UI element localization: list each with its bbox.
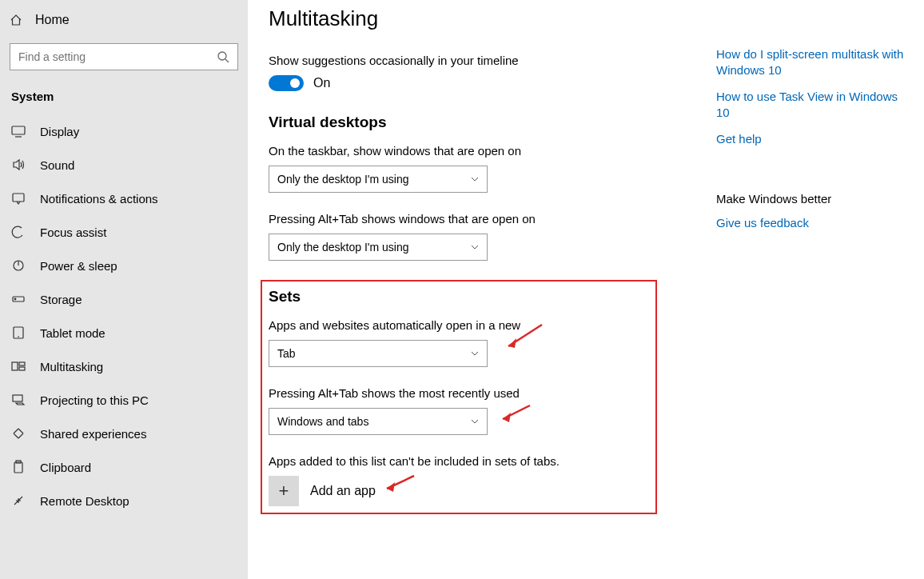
- svg-rect-14: [13, 395, 22, 401]
- chevron-down-icon: [471, 175, 479, 183]
- vd-alttab-label: Pressing Alt+Tab shows windows that are …: [269, 212, 668, 226]
- svg-rect-4: [13, 194, 24, 202]
- sidebar-item-label: Sound: [40, 158, 74, 172]
- sidebar-item-label: Tablet mode: [40, 326, 106, 340]
- projecting-icon: [11, 393, 26, 407]
- svg-rect-11: [12, 362, 18, 370]
- svg-rect-12: [19, 362, 25, 365]
- annotation-arrow-icon: [496, 401, 536, 425]
- home-label: Home: [35, 13, 70, 27]
- help-link[interactable]: How to use Task View in Windows 10: [716, 89, 908, 120]
- select-value: Windows and tabs: [277, 415, 368, 428]
- timeline-toggle-row: On: [269, 75, 668, 91]
- svg-marker-18: [508, 338, 516, 348]
- sidebar-item-focus-assist[interactable]: Focus assist: [0, 215, 248, 249]
- svg-marker-22: [387, 482, 395, 492]
- sidebar-item-label: Power & sleep: [40, 259, 117, 273]
- annotation-arrow-icon: [380, 473, 420, 495]
- search-input[interactable]: [18, 50, 217, 63]
- sidebar-item-label: Storage: [40, 293, 82, 306]
- sidebar-item-notifications[interactable]: Notifications & actions: [0, 182, 248, 215]
- select-value: Only the desktop I'm using: [277, 173, 409, 186]
- vd-taskbar-select[interactable]: Only the desktop I'm using: [269, 166, 488, 193]
- select-value: Tab: [277, 347, 296, 360]
- sidebar-item-storage[interactable]: Storage: [0, 282, 248, 316]
- vd-alttab-select[interactable]: Only the desktop I'm using: [269, 234, 488, 261]
- sidebar-item-label: Remote Desktop: [40, 494, 129, 508]
- svg-rect-2: [12, 126, 25, 134]
- sidebar-item-remote-desktop[interactable]: Remote Desktop: [0, 484, 248, 517]
- power-icon: [11, 258, 26, 273]
- svg-point-0: [218, 52, 226, 60]
- storage-icon: [11, 292, 26, 306]
- remote-desktop-icon: [11, 493, 26, 508]
- content-column: Multitasking Show suggestions occasional…: [269, 6, 668, 563]
- virtual-desktops-heading: Virtual desktops: [269, 114, 668, 131]
- vd-taskbar-label: On the taskbar, show windows that are op…: [269, 144, 668, 158]
- svg-line-1: [225, 59, 229, 62]
- feedback-link[interactable]: Give us feedback: [716, 215, 908, 231]
- sidebar-item-display[interactable]: Display: [0, 114, 248, 148]
- sidebar-item-label: Display: [40, 125, 79, 138]
- search-box[interactable]: [10, 43, 238, 70]
- tablet-icon: [11, 325, 26, 340]
- sidebar-item-label: Multitasking: [40, 360, 103, 373]
- add-app-button[interactable]: +: [269, 476, 299, 506]
- sets-open-label: Apps and websites automatically open in …: [269, 318, 649, 332]
- multitasking-icon: [11, 359, 26, 373]
- svg-marker-20: [503, 413, 511, 422]
- plus-icon: +: [279, 481, 289, 501]
- sidebar-item-power-sleep[interactable]: Power & sleep: [0, 249, 248, 282]
- home-icon: [10, 14, 22, 26]
- svg-rect-15: [14, 462, 22, 473]
- sidebar-item-label: Projecting to this PC: [40, 393, 149, 407]
- home-link[interactable]: Home: [0, 6, 248, 34]
- chevron-down-icon: [471, 349, 479, 357]
- page-title: Multitasking: [269, 6, 668, 31]
- feedback-heading: Make Windows better: [716, 192, 908, 206]
- sets-open-select[interactable]: Tab: [269, 340, 488, 367]
- svg-line-21: [387, 476, 414, 489]
- add-app-label: Add an app: [310, 484, 376, 498]
- help-link[interactable]: How do I split-screen multitask with Win…: [716, 46, 908, 78]
- svg-point-8: [14, 298, 16, 300]
- chevron-down-icon: [471, 243, 479, 251]
- sidebar-item-label: Notifications & actions: [40, 192, 158, 206]
- sidebar-item-sound[interactable]: Sound: [0, 148, 248, 182]
- clipboard-icon: [11, 460, 26, 474]
- select-value: Only the desktop I'm using: [277, 241, 409, 254]
- svg-rect-13: [19, 367, 25, 370]
- sidebar-item-label: Focus assist: [40, 226, 106, 239]
- search-icon: [217, 50, 229, 63]
- sidebar-item-shared-experiences[interactable]: Shared experiences: [0, 417, 248, 450]
- timeline-toggle[interactable]: [269, 75, 304, 91]
- svg-line-19: [503, 405, 530, 419]
- timeline-suggestions-label: Show suggestions occasionally in your ti…: [269, 54, 668, 67]
- sidebar-item-tablet-mode[interactable]: Tablet mode: [0, 316, 248, 349]
- notifications-icon: [11, 191, 26, 206]
- sound-icon: [11, 158, 26, 172]
- focus-assist-icon: [11, 225, 26, 239]
- sidebar-item-multitasking[interactable]: Multitasking: [0, 349, 248, 383]
- sidebar-item-label: Shared experiences: [40, 427, 146, 441]
- sidebar: Home System Display Sound Notifications …: [0, 0, 248, 579]
- sets-heading: Sets: [269, 288, 649, 305]
- category-label: System: [0, 86, 248, 114]
- sets-exclude-label: Apps added to this list can't be include…: [269, 454, 649, 468]
- sidebar-item-clipboard[interactable]: Clipboard: [0, 450, 248, 484]
- help-link[interactable]: Get help: [716, 131, 908, 147]
- sets-highlight-box: Sets Apps and websites automatically ope…: [261, 280, 657, 514]
- toggle-state-label: On: [313, 76, 330, 90]
- shared-experiences-icon: [11, 426, 26, 441]
- right-rail: How do I split-screen multitask with Win…: [716, 6, 908, 563]
- sets-alttab-label: Pressing Alt+Tab shows the most recently…: [269, 386, 649, 400]
- sets-alttab-select[interactable]: Windows and tabs: [269, 408, 488, 435]
- sidebar-item-label: Clipboard: [40, 461, 91, 474]
- display-icon: [11, 124, 26, 138]
- chevron-down-icon: [471, 417, 479, 425]
- main: Multitasking Show suggestions occasional…: [248, 0, 924, 579]
- sidebar-item-projecting[interactable]: Projecting to this PC: [0, 383, 248, 417]
